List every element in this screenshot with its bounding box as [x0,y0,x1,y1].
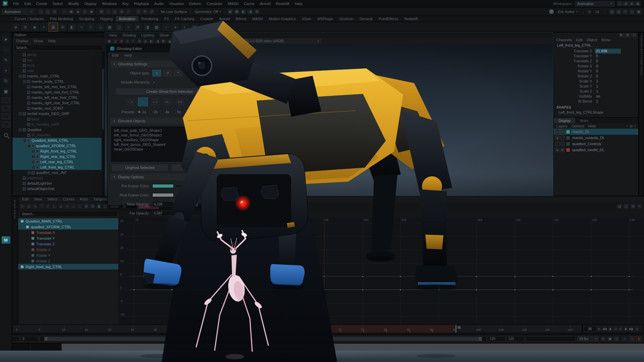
menu-item[interactable]: Constrain [204,0,225,7]
ghost-preset-icon[interactable]: ••• [175,98,185,106]
current-frame-field[interactable] [584,326,596,332]
graph-editor-menu-item[interactable]: View [31,196,45,202]
shelf-tab[interactable]: FX Caching [172,16,197,22]
render-toolbar-icon[interactable]: ▦ [227,9,233,15]
channel-attribute-value[interactable]: 0 [595,69,621,74]
shelf-tab[interactable]: MSPlugin [314,16,336,22]
record-icon[interactable]: ● [629,336,635,342]
outliner-item[interactable]: persp [12,52,104,57]
keyframe-dot[interactable] [438,289,440,291]
snap-icon[interactable]: ⌗ [105,9,111,15]
preset-radio-option[interactable]: 5s [172,110,181,114]
graph-tool-icon[interactable]: ◇ [26,203,32,209]
selection-mask-icon[interactable]: ▫ [61,9,68,15]
pre-frame-color-slider[interactable] [176,186,226,187]
channelbox-side-tab[interactable]: Channel Box / Layer Editor [639,32,644,196]
display-layer-row[interactable]: quadbot_Controls [554,141,638,147]
layer-color-swatch[interactable] [566,142,570,146]
outliner-item[interactable]: back [12,116,104,122]
graph-current-frame-line[interactable] [324,218,324,324]
sidebar-toggle-icon[interactable]: ▣ [636,9,642,15]
outliner-item[interactable]: mantis_root_JOINT [12,106,104,111]
menu-item[interactable]: Deform [186,0,204,7]
channelbox-menu-item[interactable]: Edit [576,37,582,43]
shelf-tab[interactable]: Redshift [401,16,421,22]
shelf-tab[interactable]: Rendering [138,16,161,22]
outliner-item[interactable]: top [12,57,104,63]
menu-item[interactable]: Modify [65,0,82,7]
keyframe-dot[interactable] [209,289,211,291]
channel-attribute-label[interactable]: Translate Y [554,54,595,59]
keyframe-dot[interactable] [438,276,440,277]
channel-attribute-label[interactable]: Rotate Y [554,69,595,74]
outliner-menu-item[interactable]: Display [14,38,31,44]
shelf-tab[interactable]: Poly Modeling [47,16,76,22]
expand-toggle-icon[interactable] [19,53,22,56]
tool-icon[interactable]: ▣ [2,87,10,96]
graph-editor-menu-item[interactable]: Edit [19,196,31,202]
shelf-tool-icon[interactable]: ◧ [68,23,76,32]
channelbox-display-icon[interactable]: ◫ [631,33,637,37]
playback-button[interactable]: ◀◀ [602,326,607,332]
outliner-item[interactable]: + quadBot_root_JNT [12,170,104,175]
outliner-item[interactable]: side [12,68,104,73]
channel-attribute-value[interactable]: 0 [595,64,621,69]
viewport-toolbar-icon[interactable]: ⊟ [173,39,178,44]
viewport-toolbar-icon[interactable]: ◧ [149,39,154,44]
outliner-menu-item[interactable]: Show [31,38,45,44]
ghost-preset-icon[interactable]: ••· [163,98,173,106]
keyframe-dot[interactable] [628,276,630,277]
expand-toggle-icon[interactable] [19,177,22,180]
shelf-tab[interactable]: Rigging [97,16,116,22]
shelf-tab[interactable]: XGen [299,16,314,22]
symmetry-selector[interactable]: Symmetry: Off ▾ [193,10,223,14]
time-slider[interactable]: 0 5 10 15 20 25 [12,324,582,333]
animation-curve[interactable] [129,290,633,290]
viewport-toolbar-icon[interactable]: ◎ [124,39,130,44]
shelf-tab[interactable]: General [357,16,376,22]
channel-attribute-label[interactable]: Translate X [554,49,595,54]
audio-icon[interactable]: ♪ [621,336,628,342]
layout-outliner-persp-button[interactable] [2,121,10,127]
unghost-all-button[interactable]: Unghost All [171,164,228,171]
graph-view-icon[interactable]: ▤ [616,203,623,209]
window-control-button[interactable]: □ [220,47,222,51]
sidebar-toggle-icon[interactable]: ≡ [622,9,629,15]
expand-toggle-icon[interactable] [23,96,26,99]
shelf-tool-icon[interactable]: ⊞ [58,23,67,32]
shelf-tool-icon[interactable]: ◈ [11,23,20,32]
channel-attribute-label[interactable]: Rotate Z [554,74,595,79]
shelf-tab[interactable]: Gnomon [336,16,356,22]
layer-editor-tab[interactable]: Anim [575,118,593,123]
channelbox-menu-item[interactable]: Channels [556,37,572,43]
playback-end-field[interactable] [488,336,505,342]
menu-item[interactable]: Help [292,0,305,7]
shelf-tool-icon[interactable]: ◉ [30,23,39,32]
graph-view-icon[interactable]: ⊞ [630,203,636,209]
viewport-toolbar-icon[interactable]: ◈ [185,39,191,44]
preset-radio-option[interactable]: 10s [184,110,195,114]
shelf-tool-icon[interactable]: ⊕ [21,23,30,32]
shelf-tool-icon[interactable]: ▤ [190,23,199,32]
playback-start-field[interactable] [21,336,38,342]
playback-button[interactable]: ◁ [613,326,618,332]
graph-tool-icon[interactable]: ▭ [19,203,25,209]
outliner-item[interactable]: + Right_rear_leg_CTRL [12,154,104,159]
shelf-tool-icon[interactable]: ◨ [143,23,152,32]
viewport-toolbar-icon[interactable]: ▥ [143,39,148,44]
preset-radio-option[interactable]: 4s [161,110,169,114]
tool-icon[interactable]: ✎ [2,56,10,64]
graph-tool-icon[interactable]: / [45,203,51,209]
keyframe-dot[interactable] [476,276,477,277]
graph-tool-icon[interactable]: ∿ [32,203,38,209]
shelf-tool-icon[interactable]: ● [171,23,180,32]
outliner-item[interactable]: − Quadbot [12,127,104,132]
viewport-menu-item[interactable]: Show [157,33,172,38]
outliner-item[interactable]: − Quadbot_MAIN_CTRL [12,138,104,143]
viewport-toolbar-icon[interactable]: ◐ [203,39,209,44]
layer-editor-tab[interactable]: Display [554,118,575,123]
graph-editor-side-tab[interactable]: Graph Editor [12,196,18,324]
layout-split-pane-button[interactable] [2,113,10,119]
menubar-icon[interactable]: ▤ [623,1,629,6]
graph-tool-icon[interactable]: ⊞ [83,203,89,209]
